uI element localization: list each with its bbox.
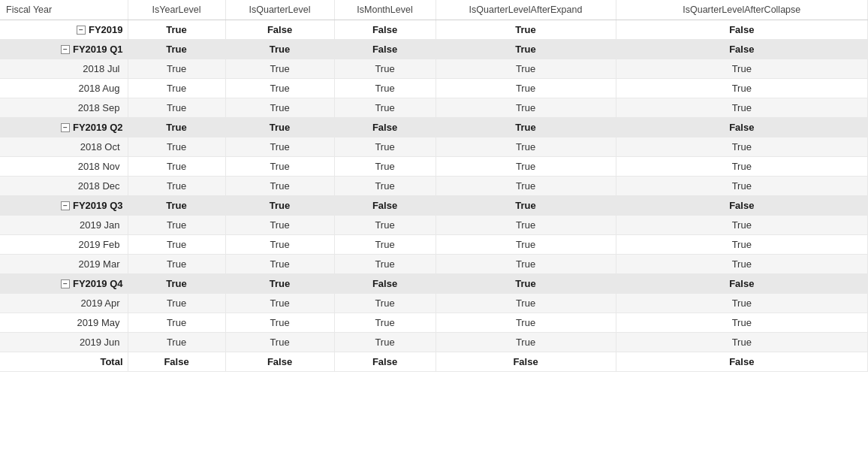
fiscal-year-cell: 2019 Apr <box>0 294 128 313</box>
row-label: 2018 Oct <box>80 141 120 152</box>
data-cell: True <box>225 98 334 118</box>
data-cell: False <box>334 40 436 59</box>
data-cell: True <box>334 216 436 235</box>
row-label: 2019 Jun <box>80 337 120 348</box>
data-cell: True <box>436 40 616 59</box>
table-row: 2018 SepTrueTrueTrueTrueTrue <box>0 98 868 118</box>
data-cell: False <box>616 40 868 59</box>
table-row: −FY2019 Q2TrueTrueFalseTrueFalse <box>0 118 868 137</box>
data-cell: True <box>128 98 225 118</box>
data-cell: True <box>436 313 616 333</box>
data-cell: True <box>436 20 616 40</box>
data-cell: False <box>334 118 436 137</box>
data-cell: True <box>436 216 616 235</box>
data-cell: True <box>225 333 334 352</box>
data-cell: True <box>616 294 868 313</box>
collapse-icon[interactable]: − <box>61 123 70 132</box>
fiscal-year-cell[interactable]: −FY2019 Q3 <box>0 196 128 216</box>
data-cell: True <box>616 177 868 196</box>
table-row: 2018 DecTrueTrueTrueTrueTrue <box>0 177 868 196</box>
table-row: 2019 MarTrueTrueTrueTrueTrue <box>0 255 868 274</box>
fiscal-year-cell: 2019 Mar <box>0 255 128 274</box>
row-label: 2018 Nov <box>78 161 120 172</box>
fiscal-year-cell[interactable]: −FY2019 Q1 <box>0 40 128 59</box>
data-cell: True <box>334 294 436 313</box>
row-label: FY2019 <box>89 24 123 35</box>
data-cell: False <box>616 118 868 137</box>
data-cell: True <box>436 59 616 79</box>
row-label: 2019 Mar <box>79 258 120 270</box>
data-cell: True <box>616 255 868 274</box>
data-cell: False <box>128 352 225 372</box>
data-cell: True <box>616 313 868 333</box>
header-fiscal-year: Fiscal Year <box>0 0 128 20</box>
data-cell: True <box>225 313 334 333</box>
data-cell: True <box>334 79 436 98</box>
data-cell: True <box>334 235 436 255</box>
data-cell: False <box>334 274 436 294</box>
data-cell: True <box>616 59 868 79</box>
fiscal-year-cell: 2018 Oct <box>0 137 128 157</box>
collapse-icon[interactable]: − <box>77 26 86 35</box>
table-row: −FY2019 Q4TrueTrueFalseTrueFalse <box>0 274 868 294</box>
table-row: 2019 MayTrueTrueTrueTrueTrue <box>0 313 868 333</box>
data-cell: True <box>225 59 334 79</box>
row-label: FY2019 Q1 <box>73 44 123 55</box>
row-label: 2019 Feb <box>79 239 120 250</box>
fiscal-year-cell[interactable]: −FY2019 <box>0 20 128 40</box>
data-cell: False <box>616 274 868 294</box>
table-row: −FY2019TrueFalseFalseTrueFalse <box>0 20 868 40</box>
data-cell: True <box>225 196 334 216</box>
table-row: −FY2019 Q1TrueTrueFalseTrueFalse <box>0 40 868 59</box>
data-cell: True <box>334 59 436 79</box>
data-cell: False <box>225 20 334 40</box>
fiscal-year-cell: 2018 Dec <box>0 177 128 196</box>
data-cell: True <box>225 118 334 137</box>
data-cell: False <box>616 352 868 372</box>
collapse-icon[interactable]: − <box>61 45 70 54</box>
table-row: 2019 AprTrueTrueTrueTrueTrue <box>0 294 868 313</box>
data-cell: True <box>225 274 334 294</box>
row-label: Total <box>100 356 122 367</box>
table-row: 2018 OctTrueTrueTrueTrueTrue <box>0 137 868 157</box>
row-label: 2018 Dec <box>78 180 120 192</box>
fiscal-year-cell[interactable]: −FY2019 Q2 <box>0 118 128 137</box>
table-row: 2019 JanTrueTrueTrueTrueTrue <box>0 216 868 235</box>
table-row: 2018 JulTrueTrueTrueTrueTrue <box>0 59 868 79</box>
data-cell: True <box>436 235 616 255</box>
table-row: 2018 NovTrueTrueTrueTrueTrue <box>0 157 868 177</box>
data-table: Fiscal Year IsYearLevel IsQuarterLevel I… <box>0 0 868 372</box>
data-cell: True <box>436 79 616 98</box>
collapse-icon[interactable]: − <box>61 279 70 288</box>
collapse-icon[interactable]: − <box>61 201 70 210</box>
header-is-year-level: IsYearLevel <box>128 0 225 20</box>
table-row: −FY2019 Q3TrueTrueFalseTrueFalse <box>0 196 868 216</box>
data-cell: True <box>128 157 225 177</box>
data-cell: True <box>616 235 868 255</box>
data-cell: True <box>128 177 225 196</box>
data-cell: True <box>225 79 334 98</box>
row-label: 2018 Aug <box>79 83 120 94</box>
data-cell: True <box>128 137 225 157</box>
data-cell: False <box>616 196 868 216</box>
data-cell: True <box>436 333 616 352</box>
data-cell: True <box>225 255 334 274</box>
data-cell: True <box>436 294 616 313</box>
fiscal-year-cell: 2019 Jan <box>0 216 128 235</box>
data-cell: True <box>436 255 616 274</box>
data-cell: True <box>225 294 334 313</box>
data-cell: True <box>225 235 334 255</box>
table-row: 2018 AugTrueTrueTrueTrueTrue <box>0 79 868 98</box>
data-cell: True <box>334 137 436 157</box>
fiscal-year-cell: 2019 Feb <box>0 235 128 255</box>
data-cell: True <box>128 235 225 255</box>
fiscal-year-cell[interactable]: −FY2019 Q4 <box>0 274 128 294</box>
table-row: 2019 JunTrueTrueTrueTrueTrue <box>0 333 868 352</box>
header-is-quarter-level-after-expand: IsQuarterLevelAfterExpand <box>436 0 616 20</box>
data-cell: True <box>616 216 868 235</box>
data-cell: True <box>225 177 334 196</box>
data-cell: True <box>436 196 616 216</box>
data-cell: True <box>128 274 225 294</box>
data-cell: True <box>334 313 436 333</box>
data-cell: True <box>128 333 225 352</box>
